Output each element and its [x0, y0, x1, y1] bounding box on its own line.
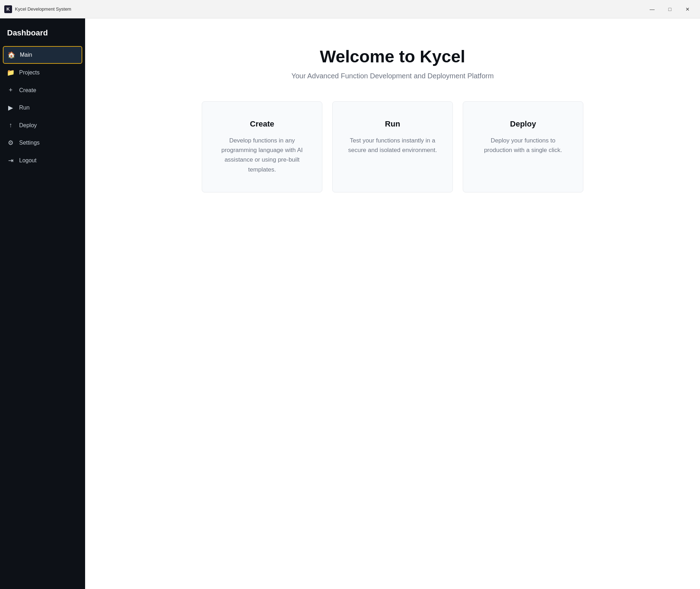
app-window: K Kycel Development System — □ ✕ Dashboa…	[0, 0, 700, 589]
sidebar-item-main[interactable]: 🏠Main	[3, 46, 82, 64]
logout-icon: ⇥	[7, 157, 14, 164]
sidebar-label-main: Main	[20, 52, 32, 58]
titlebar-left: K Kycel Development System	[4, 5, 71, 13]
card-description-deploy: Deploy your functions to production with…	[476, 136, 570, 155]
card-description-run: Test your functions instantly in a secur…	[345, 136, 440, 155]
main-icon: 🏠	[8, 51, 15, 59]
welcome-subtitle: Your Advanced Function Development and D…	[291, 72, 494, 80]
card-title-create: Create	[250, 119, 274, 129]
sidebar-nav: 🏠Main📁Projects+Create▶Run↑Deploy⚙Setting…	[0, 46, 85, 169]
sidebar-title: Dashboard	[0, 26, 85, 46]
sidebar: Dashboard 🏠Main📁Projects+Create▶Run↑Depl…	[0, 18, 85, 589]
sidebar-label-deploy: Deploy	[19, 122, 37, 129]
welcome-title: Welcome to Kycel	[320, 47, 465, 66]
close-button[interactable]: ✕	[679, 4, 696, 15]
sidebar-item-deploy[interactable]: ↑Deploy	[0, 117, 85, 134]
app-logo: K	[4, 5, 12, 13]
sidebar-label-run: Run	[19, 105, 29, 111]
cards-container: CreateDevelop functions in any programmi…	[180, 101, 605, 192]
sidebar-item-settings[interactable]: ⚙Settings	[0, 134, 85, 152]
sidebar-item-projects[interactable]: 📁Projects	[0, 64, 85, 82]
minimize-button[interactable]: —	[644, 4, 660, 15]
sidebar-label-create: Create	[19, 87, 36, 94]
sidebar-label-settings: Settings	[19, 140, 40, 146]
card-deploy: DeployDeploy your functions to productio…	[463, 101, 583, 192]
deploy-icon: ↑	[7, 122, 14, 129]
settings-icon: ⚙	[7, 139, 14, 147]
card-run: RunTest your functions instantly in a se…	[332, 101, 453, 192]
run-icon: ▶	[7, 104, 14, 112]
sidebar-item-create[interactable]: +Create	[0, 82, 85, 99]
sidebar-label-logout: Logout	[19, 157, 37, 164]
sidebar-label-projects: Projects	[19, 69, 40, 76]
projects-icon: 📁	[7, 69, 14, 77]
sidebar-item-run[interactable]: ▶Run	[0, 99, 85, 117]
maximize-button[interactable]: □	[662, 4, 678, 15]
card-create: CreateDevelop functions in any programmi…	[202, 101, 322, 192]
sidebar-item-logout[interactable]: ⇥Logout	[0, 152, 85, 169]
card-title-deploy: Deploy	[510, 119, 536, 129]
card-description-create: Develop functions in any programming lan…	[215, 136, 309, 174]
titlebar-title: Kycel Development System	[15, 6, 71, 12]
app-body: Dashboard 🏠Main📁Projects+Create▶Run↑Depl…	[0, 18, 700, 589]
titlebar-controls: — □ ✕	[644, 4, 696, 15]
create-icon: +	[7, 86, 14, 94]
titlebar: K Kycel Development System — □ ✕	[0, 0, 700, 18]
main-content: Welcome to Kycel Your Advanced Function …	[85, 18, 700, 589]
card-title-run: Run	[385, 119, 400, 129]
